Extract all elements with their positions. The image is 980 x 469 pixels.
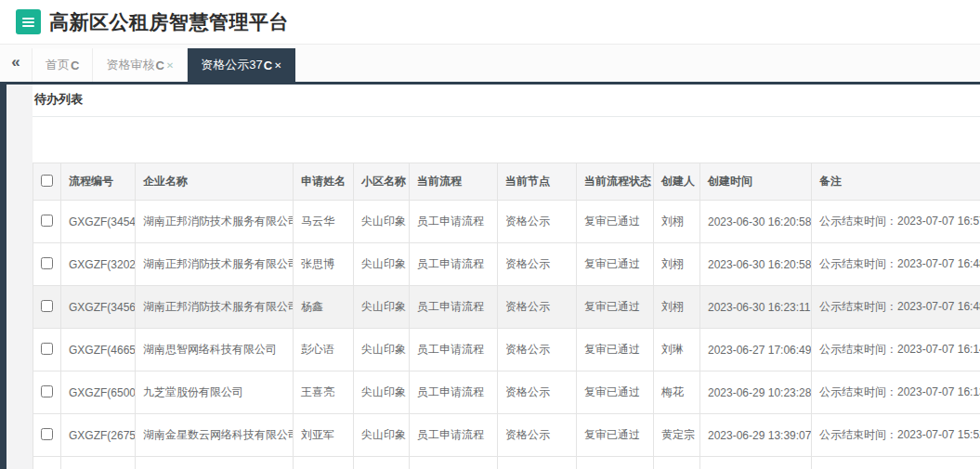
row-select-cell bbox=[33, 243, 61, 286]
table-cell: GXGZF(3202) bbox=[61, 243, 136, 286]
table-cell: 2023-06-30 16:20:58 bbox=[700, 243, 812, 286]
table-cell: 资格公示 bbox=[498, 457, 577, 469]
tab-qualification-review[interactable]: 资格审核 C ✕ bbox=[93, 48, 188, 82]
table-header-row: 流程编号企业名称申请姓名小区名称当前流程当前节点当前流程状态创建人创建时间备注 bbox=[33, 163, 980, 201]
table-cell: GXGZF(3456) bbox=[61, 286, 136, 329]
hamburger-bar bbox=[22, 25, 34, 27]
table-cell: 刘栩 bbox=[654, 243, 700, 286]
close-icon[interactable]: ✕ bbox=[274, 60, 281, 71]
table-cell: 2023-06-29 17:23:43 bbox=[700, 457, 812, 469]
row-select-cell bbox=[33, 457, 61, 469]
table-cell: 彭心语 bbox=[294, 329, 354, 371]
table-cell: 湖南金星数云网络科技有限公司 bbox=[136, 414, 294, 457]
table-cell: 公示结束时间：2023-07-07 16:57:47 bbox=[812, 201, 980, 243]
table-row[interactable]: GXGZF(3456)湖南正邦消防技术服务有限公司杨鑫尖山印象员工申请流程资格公… bbox=[33, 286, 980, 329]
table-cell: 员工申请流程 bbox=[410, 243, 498, 286]
table-cell: 复审已通过 bbox=[577, 286, 654, 329]
hamburger-bar bbox=[22, 21, 34, 23]
table-cell: GXGZF(2675) bbox=[61, 414, 136, 457]
table-cell: 复审已通过 bbox=[577, 329, 654, 371]
table-cell: 资格公示 bbox=[498, 201, 577, 243]
table-cell: 湖南思智网络科技有限公司 bbox=[136, 329, 294, 371]
row-checkbox[interactable] bbox=[41, 343, 53, 355]
column-header: 创建时间 bbox=[700, 163, 812, 201]
table-cell: 资格公示 bbox=[498, 371, 577, 414]
table-cell: 肖映鸿 bbox=[294, 457, 354, 469]
table-cell: 2023-06-29 10:23:28 bbox=[700, 371, 812, 414]
table-cell: GXGZF(3454) bbox=[61, 201, 136, 243]
table-row[interactable]: GXGZF(14642)湖南深信服科技有限公司肖映鸿尖山印象员工申请流程资格公示… bbox=[33, 457, 980, 469]
table-cell: GXGZF(14642) bbox=[61, 457, 136, 469]
row-checkbox[interactable] bbox=[41, 428, 53, 440]
table-cell: 员工申请流程 bbox=[410, 457, 498, 469]
table-row[interactable]: GXGZF(6500)九芝堂股份有限公司王喜亮尖山印象员工申请流程资格公示复审已… bbox=[33, 371, 980, 414]
todo-table: 流程编号企业名称申请姓名小区名称当前流程当前节点当前流程状态创建人创建时间备注 … bbox=[33, 163, 980, 469]
column-header: 备注 bbox=[812, 163, 980, 201]
table-cell: 梅花 bbox=[654, 371, 700, 414]
row-select-cell bbox=[33, 286, 61, 329]
table-cell: 黄定宗 bbox=[654, 414, 700, 457]
row-select-cell bbox=[33, 414, 61, 457]
table-cell: 复审已通过 bbox=[577, 201, 654, 243]
table-body: GXGZF(3454)湖南正邦消防技术服务有限公司马云华尖山印象员工申请流程资格… bbox=[33, 201, 980, 469]
table-row[interactable]: GXGZF(3454)湖南正邦消防技术服务有限公司马云华尖山印象员工申请流程资格… bbox=[33, 201, 980, 243]
row-checkbox[interactable] bbox=[41, 215, 53, 227]
table-row[interactable]: GXGZF(3202)湖南正邦消防技术服务有限公司张思博尖山印象员工申请流程资格… bbox=[33, 243, 980, 286]
table-cell: 湖南深信服科技有限公司 bbox=[136, 457, 294, 469]
table-row[interactable]: GXGZF(2675)湖南金星数云网络科技有限公司刘亚军尖山印象员工申请流程资格… bbox=[33, 414, 980, 457]
table-cell: 尖山印象 bbox=[354, 457, 410, 469]
table-cell: 2023-06-30 16:23:11 bbox=[700, 286, 812, 329]
table-cell: 湖南正邦消防技术服务有限公司 bbox=[136, 201, 294, 243]
table-cell: 杨鑫 bbox=[294, 286, 354, 329]
table-cell: 尖山印象 bbox=[354, 243, 410, 286]
table-row[interactable]: GXGZF(4665)湖南思智网络科技有限公司彭心语尖山印象员工申请流程资格公示… bbox=[33, 329, 980, 371]
table-cell: 尖山印象 bbox=[354, 286, 410, 329]
collapse-tabs-icon[interactable]: « bbox=[0, 45, 32, 82]
content-area: 待办列表 流程编号企业名称申请姓名小区名称当前流程当前节点当前流程状态创建人创建… bbox=[0, 85, 980, 469]
table-cell: 张思博 bbox=[294, 243, 354, 286]
tab-label: 资格公示37 bbox=[201, 57, 262, 73]
table-cell: 公示结束时间：2023-07-07 15:52:52 bbox=[812, 414, 980, 457]
row-checkbox[interactable] bbox=[41, 257, 53, 269]
table-cell: 复审已通过 bbox=[577, 371, 654, 414]
table-cell: 员工申请流程 bbox=[410, 329, 498, 371]
table-cell: 刘琳 bbox=[654, 329, 700, 371]
table-cell: 2023-06-27 17:06:49 bbox=[700, 329, 812, 371]
select-all-checkbox[interactable] bbox=[41, 175, 53, 187]
table-cell: 复审已通过 bbox=[577, 414, 654, 457]
top-bar: 高新区公租房智慧管理平台 bbox=[0, 0, 980, 45]
table-cell: 湖南正邦消防技术服务有限公司 bbox=[136, 243, 294, 286]
table-cell: 资格公示 bbox=[498, 243, 577, 286]
hamburger-menu-icon[interactable] bbox=[16, 9, 41, 34]
close-icon[interactable]: ✕ bbox=[166, 60, 174, 71]
select-all-header-cell bbox=[33, 163, 61, 201]
tab-home[interactable]: 首页 C bbox=[32, 48, 93, 82]
table-cell: 尖山印象 bbox=[354, 371, 410, 414]
table-cell: 尖山印象 bbox=[354, 414, 410, 457]
column-header: 当前流程 bbox=[410, 163, 498, 201]
table-cell: 员工申请流程 bbox=[410, 201, 498, 243]
todo-panel: 待办列表 流程编号企业名称申请姓名小区名称当前流程当前节点当前流程状态创建人创建… bbox=[33, 85, 980, 469]
row-checkbox[interactable] bbox=[41, 385, 53, 397]
table-cell: 刘亚军 bbox=[294, 414, 354, 457]
refresh-icon[interactable]: C bbox=[264, 59, 272, 72]
tab-qualification-publicity[interactable]: 资格公示37 C ✕ bbox=[188, 48, 295, 82]
row-checkbox[interactable] bbox=[41, 300, 53, 312]
refresh-icon[interactable]: C bbox=[155, 59, 163, 72]
table-cell: 马云华 bbox=[294, 201, 354, 243]
refresh-icon[interactable]: C bbox=[71, 59, 79, 72]
content-gutter bbox=[7, 85, 33, 469]
column-header: 小区名称 bbox=[354, 163, 410, 201]
table-cell: 湖南正邦消防技术服务有限公司 bbox=[136, 286, 294, 329]
table-cell: 刘栩 bbox=[654, 286, 700, 329]
tab-bar: « 首页 C 资格审核 C ✕ 资格公示37 C ✕ bbox=[0, 45, 980, 85]
column-header: 创建人 bbox=[654, 163, 700, 201]
column-header: 申请姓名 bbox=[294, 163, 354, 201]
table-cell: 公示结束时间：2023-07-07 16:48:30 bbox=[812, 243, 980, 286]
table-cell: 复审已通过 bbox=[577, 243, 654, 286]
collapsed-sidebar-strip[interactable] bbox=[0, 85, 7, 469]
table-cell: 尖山印象 bbox=[354, 329, 410, 371]
table-cell: 公示结束时间：2023-07-07 16:13:50 bbox=[812, 371, 980, 414]
column-header: 企业名称 bbox=[136, 163, 294, 201]
table-cell: 2023-06-29 13:39:07 bbox=[700, 414, 812, 457]
